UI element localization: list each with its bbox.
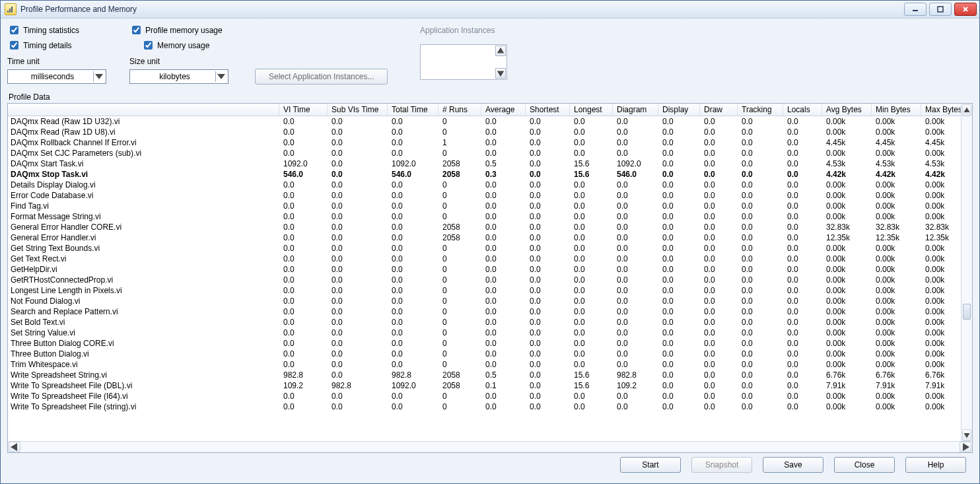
- column-header[interactable]: Min Bytes: [872, 104, 921, 116]
- table-row[interactable]: Set String Value.vi0.00.00.000.00.00.00.…: [8, 328, 972, 338]
- data-cell: 0.0: [388, 127, 438, 137]
- table-row[interactable]: Write To Spreadsheet File (string).vi0.0…: [8, 401, 972, 412]
- vertical-scrollbar[interactable]: [961, 104, 972, 442]
- scroll-down-icon[interactable]: [495, 68, 506, 79]
- data-cell: 0.0: [700, 380, 738, 391]
- maximize-button[interactable]: [929, 3, 952, 16]
- size-unit-dropdown[interactable]: kilobytes: [129, 69, 228, 84]
- table-row[interactable]: DAQmx Start Task.vi1092.00.01092.020580.…: [8, 158, 972, 169]
- data-cell: 0: [438, 254, 481, 264]
- data-cell: 0.0: [388, 243, 438, 254]
- scroll-up-icon[interactable]: [495, 46, 506, 56]
- scrollbar-track[interactable]: [962, 117, 972, 429]
- profile-memory-usage-checkbox[interactable]: Profile memory usage: [129, 24, 248, 36]
- table-row[interactable]: Write To Spreadsheet File (DBL).vi109.29…: [8, 380, 972, 391]
- column-header[interactable]: Longest: [570, 104, 613, 116]
- column-header[interactable]: [8, 104, 279, 116]
- data-cell: 0: [438, 190, 481, 201]
- data-cell: 0.00k: [872, 264, 921, 275]
- table-row[interactable]: Write Spreadsheet String.vi982.80.0982.8…: [8, 370, 972, 380]
- table-row[interactable]: Error Code Database.vi0.00.00.000.00.00.…: [8, 190, 972, 201]
- column-header[interactable]: Tracking: [738, 104, 783, 116]
- memory-usage-checkbox[interactable]: Memory usage: [129, 39, 248, 52]
- vi-name-cell: GetHelpDir.vi: [8, 264, 279, 275]
- data-cell: 0.0: [700, 306, 738, 317]
- data-cell: 0: [438, 201, 481, 211]
- horizontal-scrollbar[interactable]: [8, 441, 972, 452]
- table-row[interactable]: Details Display Dialog.vi0.00.00.000.00.…: [8, 180, 972, 190]
- timing-details-check-input[interactable]: [10, 41, 18, 50]
- column-header[interactable]: Draw: [700, 104, 738, 116]
- column-header[interactable]: Shortest: [526, 104, 570, 116]
- table-row[interactable]: GetHelpDir.vi0.00.00.000.00.00.00.00.00.…: [8, 264, 972, 275]
- column-header[interactable]: Diagram: [613, 104, 658, 116]
- scroll-right-icon[interactable]: [960, 442, 971, 452]
- table-row[interactable]: DAQmx Read (Raw 1D U8).vi0.00.00.000.00.…: [8, 127, 972, 137]
- table-row[interactable]: Three Button Dialog CORE.vi0.00.00.000.0…: [8, 338, 972, 349]
- application-instances-list[interactable]: [420, 44, 507, 80]
- table-row[interactable]: General Error Handler.vi0.00.00.020580.0…: [8, 232, 972, 243]
- minimize-button[interactable]: [904, 3, 927, 16]
- select-application-instances-button[interactable]: Select Application Instances...: [255, 69, 388, 85]
- help-button[interactable]: Help: [905, 457, 966, 473]
- column-header[interactable]: Average: [481, 104, 526, 116]
- table-row[interactable]: DAQmx Stop Task.vi546.00.0546.020580.30.…: [8, 169, 972, 180]
- scroll-up-icon[interactable]: [962, 104, 971, 116]
- table-row[interactable]: Format Message String.vi0.00.00.000.00.0…: [8, 211, 972, 222]
- start-button[interactable]: Start: [620, 457, 681, 473]
- close-button[interactable]: [954, 3, 977, 16]
- scroll-left-icon[interactable]: [9, 442, 20, 452]
- data-cell: 0.0: [328, 201, 388, 211]
- profile-data-label: Profile Data: [9, 92, 973, 102]
- scrollbar-track[interactable]: [21, 442, 959, 452]
- data-cell: 0.00k: [872, 116, 921, 127]
- table-row[interactable]: Not Found Dialog.vi0.00.00.000.00.00.00.…: [8, 296, 972, 306]
- data-cell: 0: [438, 243, 481, 254]
- column-header[interactable]: Avg Bytes: [822, 104, 872, 116]
- column-header[interactable]: # Runs: [438, 104, 481, 116]
- table-row[interactable]: DAQmx Set CJC Parameters (sub).vi0.00.00…: [8, 148, 972, 158]
- table-row[interactable]: Write To Spreadsheet File (I64).vi0.00.0…: [8, 391, 972, 401]
- data-cell: 0.0: [526, 285, 570, 296]
- table-scroll-area[interactable]: VI TimeSub VIs TimeTotal Time# RunsAvera…: [8, 104, 972, 441]
- snapshot-button[interactable]: Snapshot: [691, 457, 752, 473]
- save-button[interactable]: Save: [763, 457, 823, 473]
- scroll-down-icon[interactable]: [962, 429, 971, 441]
- close-button[interactable]: Close: [834, 457, 895, 473]
- table-row[interactable]: Get String Text Bounds.vi0.00.00.000.00.…: [8, 243, 972, 254]
- column-header[interactable]: Sub VIs Time: [328, 104, 388, 116]
- scrollbar-thumb[interactable]: [963, 304, 971, 320]
- data-cell: 0.0: [658, 264, 700, 275]
- table-row[interactable]: Longest Line Length in Pixels.vi0.00.00.…: [8, 285, 972, 296]
- column-header[interactable]: VI Time: [279, 104, 328, 116]
- table-row[interactable]: Three Button Dialog.vi0.00.00.000.00.00.…: [8, 349, 972, 359]
- table-row[interactable]: General Error Handler CORE.vi0.00.00.020…: [8, 222, 972, 232]
- column-header[interactable]: Locals: [783, 104, 822, 116]
- memory-usage-check-input[interactable]: [144, 41, 153, 50]
- timing-statistics-checkbox[interactable]: Timing statistics: [7, 24, 123, 36]
- table-header-row[interactable]: VI TimeSub VIs TimeTotal Time# RunsAvera…: [8, 104, 972, 116]
- timing-statistics-check-input[interactable]: [10, 26, 18, 34]
- table-row[interactable]: GetRTHostConnectedProp.vi0.00.00.000.00.…: [8, 275, 972, 285]
- table-row[interactable]: Set Bold Text.vi0.00.00.000.00.00.00.00.…: [8, 317, 972, 328]
- time-unit-dropdown[interactable]: milliseconds: [7, 69, 106, 84]
- data-cell: 0.0: [783, 169, 822, 180]
- table-row[interactable]: Get Text Rect.vi0.00.00.000.00.00.00.00.…: [8, 254, 972, 264]
- time-unit-value: milliseconds: [12, 72, 93, 81]
- profile-memory-usage-check-input[interactable]: [132, 26, 141, 34]
- data-cell: 0.0: [783, 254, 822, 264]
- column-header[interactable]: Total Time: [388, 104, 438, 116]
- table-row[interactable]: DAQmx Read (Raw 1D U32).vi0.00.00.000.00…: [8, 116, 972, 127]
- table-row[interactable]: Search and Replace Pattern.vi0.00.00.000…: [8, 306, 972, 317]
- timing-details-checkbox[interactable]: Timing details: [7, 39, 123, 52]
- data-cell: 0.0: [570, 222, 613, 232]
- table-row[interactable]: DAQmx Rollback Channel If Error.vi0.00.0…: [8, 137, 972, 148]
- column-header[interactable]: Display: [658, 104, 700, 116]
- data-cell: 0.0: [783, 190, 822, 201]
- vi-name-cell: Format Message String.vi: [8, 211, 279, 222]
- table-row[interactable]: Trim Whitespace.vi0.00.00.000.00.00.00.0…: [8, 359, 972, 370]
- data-cell: 0.0: [328, 349, 388, 359]
- data-cell: 0: [438, 148, 481, 158]
- table-row[interactable]: Find Tag.vi0.00.00.000.00.00.00.00.00.00…: [8, 201, 972, 211]
- data-cell: 0.0: [570, 127, 613, 137]
